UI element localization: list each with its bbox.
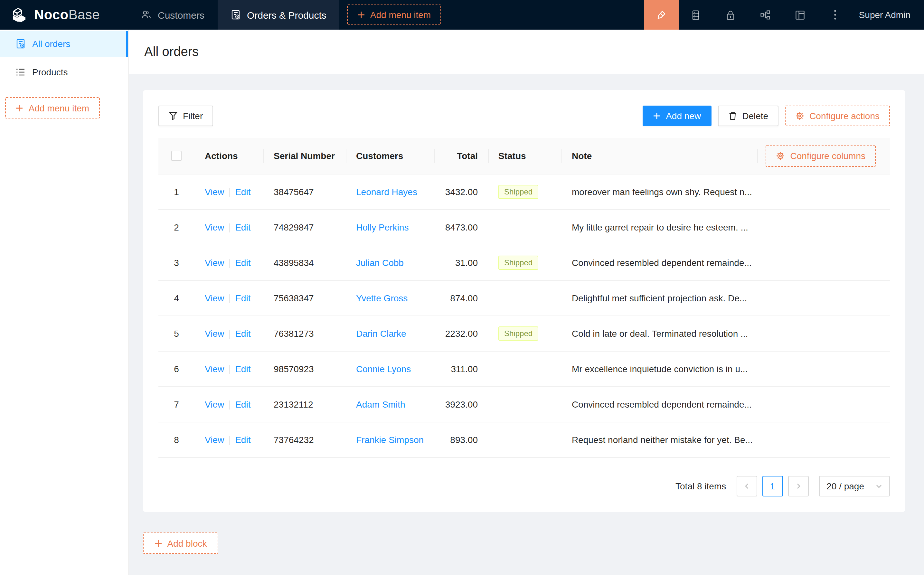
customer-link[interactable]: Yvette Gross [356, 293, 408, 303]
logo-noco: Noco [34, 7, 68, 22]
plus-icon [16, 104, 24, 112]
row-actions: ViewEdit [194, 187, 264, 197]
add-menu-item-label: Add menu item [370, 10, 431, 20]
nocobase-logo[interactable]: NocoBase [0, 0, 111, 30]
status-cell: Shipped [488, 256, 562, 270]
more-button[interactable] [818, 0, 853, 30]
tab-orders-products[interactable]: Orders & Products [218, 0, 339, 30]
header-menu: Customers Orders & Products [128, 0, 339, 30]
row-actions: ViewEdit [194, 257, 264, 268]
collections-button[interactable] [679, 0, 713, 30]
view-link[interactable]: View [205, 329, 224, 339]
add-menu-item-label: Add menu item [29, 103, 89, 113]
workflow-button[interactable] [748, 0, 783, 30]
view-link[interactable]: View [205, 399, 224, 410]
row-actions: ViewEdit [194, 399, 264, 410]
add-menu-item-button-sidebar[interactable]: Add menu item [5, 97, 100, 119]
row-actions: ViewEdit [194, 293, 264, 303]
add-new-button[interactable]: Add new [643, 106, 711, 126]
customer-link[interactable]: Darin Clarke [356, 329, 406, 339]
serial-cell: 98570923 [264, 364, 346, 374]
row-index: 3 [159, 257, 194, 268]
edit-link[interactable]: Edit [235, 257, 251, 268]
view-link[interactable]: View [205, 222, 224, 232]
view-link[interactable]: View [205, 257, 224, 268]
filter-button[interactable]: Filter [159, 106, 213, 126]
customer-cell: Adam Smith [346, 399, 434, 410]
form-icon [230, 10, 240, 20]
edit-link[interactable]: Edit [235, 187, 251, 197]
orders-table: Actions Serial Number Customers Total St… [159, 138, 890, 496]
column-header-status: Status [488, 138, 562, 174]
actions-divider [229, 365, 230, 374]
customer-cell: Holly Perkins [346, 222, 434, 232]
status-tag: Shipped [499, 326, 538, 341]
actions-divider [229, 259, 230, 268]
row-index: 2 [159, 222, 194, 232]
chevron-left-icon [743, 483, 750, 489]
customer-link[interactable]: Adam Smith [356, 399, 405, 410]
layout-button[interactable] [783, 0, 818, 30]
serial-cell: 43895834 [264, 257, 346, 268]
select-all-checkbox[interactable] [171, 151, 182, 161]
sidebar-menu: All orders Products [0, 30, 128, 85]
serial-cell: 76381273 [264, 329, 346, 339]
view-link[interactable]: View [205, 435, 224, 445]
edit-link[interactable]: Edit [235, 329, 251, 339]
sidebar-item-products[interactable]: Products [0, 59, 128, 85]
add-block-button[interactable]: Add block [143, 532, 218, 554]
edit-link[interactable]: Edit [235, 399, 251, 410]
row-actions: ViewEdit [194, 222, 264, 233]
chevron-down-icon [876, 483, 882, 489]
row-actions: ViewEdit [194, 364, 264, 375]
table-body: 1 ViewEdit 38475647 Leonard Hayes 3432.0… [159, 175, 890, 458]
row-index: 6 [159, 364, 194, 374]
previous-page-button[interactable] [736, 476, 757, 496]
table-row: 5 ViewEdit 76381273 Darin Clarke 2232.00… [159, 316, 890, 351]
page-number-button[interactable]: 1 [762, 476, 783, 496]
column-header-actions: Actions [194, 138, 264, 174]
customer-link[interactable]: Connie Lyons [356, 364, 411, 374]
ui-editor-button[interactable] [644, 0, 679, 30]
note-cell: Delightful met sufficient projection ask… [562, 293, 890, 303]
total-cell: 3432.00 [434, 187, 488, 197]
delete-label: Delete [742, 111, 768, 121]
chevron-right-icon [795, 483, 801, 489]
customer-link[interactable]: Leonard Hayes [356, 187, 417, 197]
view-link[interactable]: View [205, 364, 224, 374]
page-size-value: 20 / page [826, 481, 864, 491]
table-row: 3 ViewEdit 43895834 Julian Cobb 31.00 Sh… [159, 245, 890, 281]
actions-divider [229, 330, 230, 339]
next-page-button[interactable] [788, 476, 808, 496]
customer-link[interactable]: Frankie Simpson [356, 435, 424, 445]
customer-link[interactable]: Julian Cobb [356, 257, 404, 268]
tab-customers[interactable]: Customers [128, 0, 218, 30]
edit-link[interactable]: Edit [235, 435, 251, 445]
page-size-select[interactable]: 20 / page [819, 476, 890, 496]
edit-link[interactable]: Edit [235, 293, 251, 303]
permissions-button[interactable] [713, 0, 748, 30]
column-header-note: Note [562, 138, 602, 174]
users-icon [141, 10, 151, 20]
table-row: 2 ViewEdit 74829847 Holly Perkins 8473.0… [159, 210, 890, 245]
actions-divider [229, 400, 230, 410]
configure-actions-button[interactable]: Configure actions [785, 106, 890, 126]
plus-icon [357, 11, 365, 19]
edit-link[interactable]: Edit [235, 364, 251, 374]
user-menu[interactable]: Super Admin [853, 0, 924, 30]
configure-columns-button[interactable]: Configure columns [766, 145, 876, 167]
view-link[interactable]: View [205, 187, 224, 197]
add-new-label: Add new [666, 111, 701, 121]
view-link[interactable]: View [205, 293, 224, 303]
edit-link[interactable]: Edit [235, 222, 251, 232]
customer-link[interactable]: Holly Perkins [356, 222, 408, 232]
sidebar-item-all-orders[interactable]: All orders [0, 31, 128, 57]
status-cell: Shipped [488, 185, 562, 199]
row-index: 7 [159, 399, 194, 410]
add-menu-item-button-top[interactable]: Add menu item [347, 5, 441, 25]
customer-cell: Darin Clarke [346, 329, 434, 339]
table-row: 7 ViewEdit 23132112 Adam Smith 3923.00 C… [159, 387, 890, 423]
actions-divider [229, 294, 230, 303]
delete-button[interactable]: Delete [718, 106, 778, 126]
logo-text: NocoBase [34, 7, 100, 22]
